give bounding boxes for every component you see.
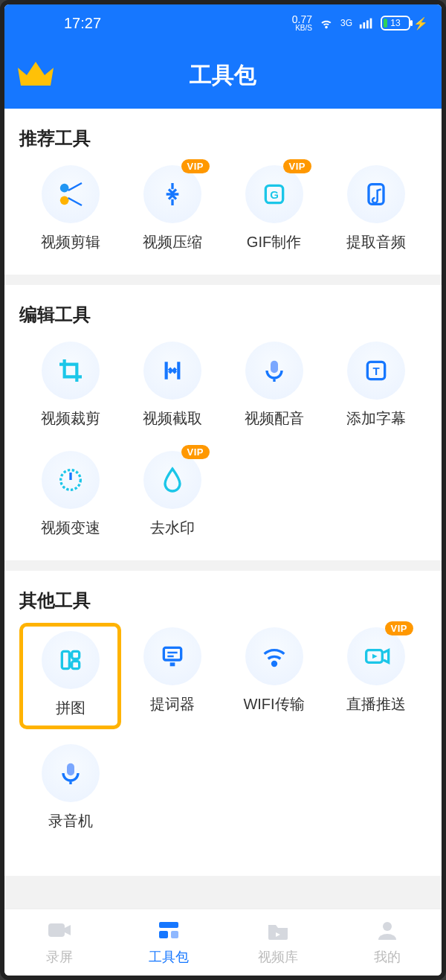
svg-point-5	[59, 196, 68, 205]
gif-icon: G	[245, 165, 303, 223]
section-title: 编辑工具	[19, 303, 427, 327]
section-edit: 编辑工具 视频裁剪 视频截取	[4, 285, 442, 560]
toolkit-icon	[156, 919, 181, 945]
tool-label: WIFI传输	[243, 694, 304, 714]
section-other: 其他工具 拼图 提词器 W	[4, 571, 442, 876]
tool-video-speed[interactable]: 视频变速	[19, 451, 121, 538]
tool-teleprompter[interactable]: 提词器	[121, 627, 223, 722]
svg-rect-20	[48, 923, 65, 937]
nav-me[interactable]: 我的	[332, 909, 442, 976]
tool-label: 拼图	[56, 698, 85, 718]
svg-point-4	[59, 184, 68, 193]
page-title: 工具包	[190, 60, 256, 91]
tool-label: 视频压缩	[143, 232, 202, 252]
section-title: 其他工具	[19, 589, 427, 612]
tool-label: 视频配音	[245, 409, 304, 429]
charging-icon: ⚡	[413, 16, 428, 31]
mic-icon	[245, 342, 303, 400]
status-time: 17:27	[64, 15, 101, 32]
svg-rect-23	[171, 931, 178, 938]
vip-badge: VIP	[181, 159, 210, 173]
teleprompter-icon	[143, 627, 201, 685]
content-scroll[interactable]: 推荐工具 视频剪辑 VIP 视频压缩 VIP	[4, 109, 442, 909]
tool-video-trim[interactable]: 视频截取	[121, 342, 223, 429]
wifi-transfer-icon	[245, 627, 303, 685]
tool-video-edit[interactable]: 视频剪辑	[19, 165, 121, 252]
tool-remove-watermark[interactable]: VIP 去水印	[121, 451, 223, 538]
music-file-icon	[347, 165, 405, 223]
svg-point-17	[272, 662, 276, 666]
svg-rect-19	[67, 763, 74, 776]
section-title: 推荐工具	[19, 126, 427, 150]
trim-icon	[143, 342, 201, 400]
svg-rect-8	[369, 185, 384, 205]
live-icon	[347, 627, 405, 685]
crop-icon	[42, 342, 100, 400]
svg-rect-13	[62, 651, 69, 668]
svg-rect-21	[159, 922, 178, 928]
camera-icon	[47, 919, 72, 945]
vip-badge: VIP	[283, 159, 311, 173]
tool-label: 添加字幕	[346, 409, 406, 429]
tool-live-push[interactable]: VIP 直播推送	[325, 627, 427, 722]
tool-label: 视频变速	[41, 518, 100, 538]
bottom-nav: 录屏 工具包 视频库 我的	[4, 909, 442, 976]
tool-label: 提取音频	[346, 232, 406, 252]
svg-rect-16	[164, 647, 181, 660]
tool-video-crop[interactable]: 视频裁剪	[19, 342, 121, 429]
text-icon: T	[347, 342, 405, 400]
person-icon	[375, 919, 400, 945]
nav-label: 我的	[374, 948, 401, 966]
nav-label: 视频库	[258, 948, 298, 966]
folder-icon	[265, 919, 291, 945]
net-label: 3G	[340, 18, 352, 28]
tool-add-subtitle[interactable]: T 添加字幕	[325, 342, 427, 429]
tool-label: 直播推送	[346, 694, 406, 714]
signal-icon	[358, 15, 375, 31]
svg-rect-1	[363, 22, 365, 28]
svg-rect-15	[71, 662, 79, 669]
svg-rect-3	[370, 19, 372, 29]
tool-recorder[interactable]: 录音机	[19, 744, 121, 831]
compress-icon	[143, 165, 201, 223]
vip-badge: VIP	[181, 445, 210, 459]
mic-icon	[42, 744, 100, 802]
svg-rect-22	[159, 931, 168, 938]
droplet-icon	[143, 451, 201, 509]
nav-library[interactable]: 视频库	[223, 909, 332, 976]
scissors-icon	[42, 165, 100, 223]
battery-icon: 13 ⚡	[381, 16, 428, 31]
tool-label: 提词器	[150, 694, 195, 714]
tool-video-dub[interactable]: 视频配音	[223, 342, 325, 429]
speed-icon	[42, 451, 100, 509]
svg-rect-14	[71, 651, 79, 659]
svg-rect-0	[360, 25, 362, 29]
status-right: 0.77 KB/S 3G 13 ⚡	[292, 15, 428, 31]
tool-collage[interactable]: 拼图	[19, 623, 121, 729]
crown-icon[interactable]	[18, 60, 54, 90]
svg-rect-2	[366, 20, 369, 28]
section-recommended: 推荐工具 视频剪辑 VIP 视频压缩 VIP	[4, 109, 442, 275]
tool-label: 视频剪辑	[41, 232, 100, 252]
vip-badge: VIP	[385, 621, 413, 635]
wifi-icon	[318, 15, 334, 31]
tool-video-compress[interactable]: VIP 视频压缩	[121, 165, 223, 252]
phone-frame: 17:27 0.77 KB/S 3G 13 ⚡ 工具包	[0, 0, 446, 980]
nav-record[interactable]: 录屏	[4, 909, 114, 976]
svg-rect-9	[271, 361, 278, 374]
svg-text:T: T	[372, 365, 379, 377]
tool-label: 视频裁剪	[41, 409, 100, 429]
tool-wifi-transfer[interactable]: WIFI传输	[223, 627, 325, 722]
nav-label: 工具包	[149, 948, 189, 966]
collage-icon	[42, 631, 100, 689]
tool-label: GIF制作	[247, 232, 301, 252]
svg-point-24	[383, 922, 392, 931]
status-bar: 17:27 0.77 KB/S 3G 13 ⚡	[4, 4, 442, 42]
tool-extract-audio[interactable]: 提取音频	[325, 165, 427, 252]
nav-toolkit[interactable]: 工具包	[114, 909, 223, 976]
tool-label: 录音机	[48, 811, 93, 831]
svg-text:G: G	[270, 188, 279, 201]
tool-label: 视频截取	[143, 409, 202, 429]
nav-label: 录屏	[46, 948, 73, 966]
tool-gif-make[interactable]: VIP G GIF制作	[223, 165, 325, 252]
